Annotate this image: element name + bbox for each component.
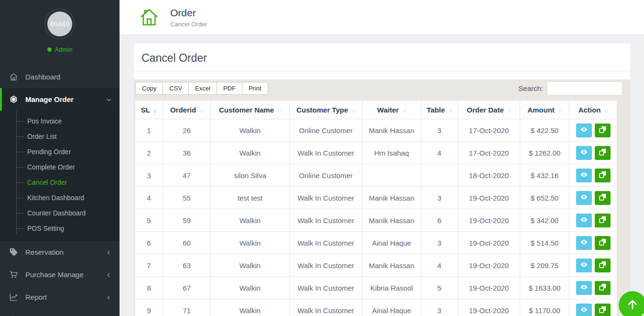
pdf-button[interactable]: PDF: [217, 82, 242, 95]
cell-table: 3: [421, 299, 458, 316]
clone-icon: [599, 238, 607, 248]
cell-customer-name: Walkin: [211, 209, 290, 232]
sidebar-item-report[interactable]: Report: [0, 286, 120, 308]
cell-waiter: Manik Hassan: [362, 187, 421, 209]
clone-order-button[interactable]: [595, 259, 611, 272]
cell-customer-type: Walk In Customer: [290, 232, 362, 254]
column-label: SL: [141, 106, 150, 114]
clone-order-button[interactable]: [595, 169, 611, 182]
clone-order-button[interactable]: [595, 191, 611, 205]
csv-button[interactable]: CSV: [163, 82, 189, 95]
view-order-button[interactable]: [576, 169, 592, 182]
copy-button[interactable]: Copy: [135, 82, 163, 95]
submenu-item-pending-order[interactable]: Pending Order: [0, 144, 120, 159]
cell-waiter: Hm Isahaq: [362, 142, 421, 164]
cell-sl: 6: [135, 232, 163, 254]
eye-icon: [580, 193, 588, 203]
submenu-item-kitchen-dashboard[interactable]: Kitchen Dashboard: [0, 190, 120, 205]
cell-table: 3: [421, 119, 458, 142]
column-header-customer-type[interactable]: Customer Type↓↑: [290, 101, 362, 119]
cell-customer-name: Walkin: [211, 232, 290, 254]
cell-table: [421, 164, 458, 187]
clone-order-button[interactable]: [595, 124, 611, 137]
print-button[interactable]: Print: [242, 82, 268, 95]
profile-block: 60X60 Admin: [0, 0, 120, 53]
column-header-action[interactable]: Action↓↑: [569, 101, 617, 119]
sidebar-item-food-management[interactable]: Food Management: [0, 308, 120, 316]
search-input[interactable]: [547, 81, 622, 95]
cell-orderid: 55: [163, 187, 211, 209]
chevron-left-icon: [106, 294, 112, 300]
cell-waiter: [362, 164, 421, 187]
clone-icon: [599, 170, 607, 180]
column-label: Customer Type: [296, 106, 348, 114]
submenu-item-counter-dashboard[interactable]: Counter Dashboard: [0, 205, 120, 221]
eye-icon: [580, 238, 588, 248]
cell-action: [569, 299, 617, 316]
submenu-item-complete-order[interactable]: Complete Order: [0, 159, 120, 175]
cell-customer-type: Online Customer: [290, 119, 362, 142]
view-order-button[interactable]: [576, 281, 592, 295]
clone-icon: [599, 148, 607, 158]
submenu-item-pos-invoice[interactable]: Pos Invoice: [0, 113, 120, 129]
sort-icon: ↓↑: [604, 107, 608, 114]
clone-order-button[interactable]: [595, 236, 611, 250]
column-label: Orderid: [170, 106, 196, 114]
column-header-amount[interactable]: Amount↓↑: [520, 101, 569, 119]
cell-order-date: 17-Oct-2020: [458, 119, 520, 142]
clone-icon: [599, 125, 607, 135]
cell-orderid: 36: [163, 142, 211, 164]
clone-order-button[interactable]: [595, 281, 611, 295]
view-order-button[interactable]: [576, 236, 592, 250]
sidebar-item-manage-order[interactable]: Manage Order: [0, 88, 120, 111]
sort-icon: ↓↑: [448, 107, 452, 114]
view-order-button[interactable]: [576, 214, 592, 227]
sidebar-item-purchase-manage[interactable]: Purchase Manage: [0, 263, 120, 286]
view-order-button[interactable]: [576, 191, 592, 205]
clone-order-button[interactable]: [595, 304, 611, 316]
sort-icon: ↓↑: [153, 107, 157, 114]
column-header-sl[interactable]: SL↓↑: [135, 101, 163, 119]
sidebar-item-reservation[interactable]: Reservation: [0, 241, 120, 263]
submenu-item-cancel-order[interactable]: Cancel Order: [0, 175, 120, 190]
excel-button[interactable]: Excel: [188, 82, 217, 95]
clone-icon: [599, 215, 607, 225]
sort-icon: ↓↑: [558, 107, 562, 114]
view-order-button[interactable]: [576, 304, 592, 316]
cell-amount: $ 1633.00: [520, 277, 569, 299]
column-header-orderid[interactable]: Orderid↓↑: [163, 101, 211, 119]
cell-customer-type: Walk In Customer: [290, 209, 362, 232]
table-row: 455test testWalk In CustomerManik Hassan…: [135, 187, 617, 209]
cell-order-date: 19-Oct-2020: [458, 187, 520, 209]
cell-table: 3: [421, 187, 458, 209]
submenu-item-order-list[interactable]: Order List: [0, 129, 120, 144]
cell-amount: $ 652.50: [520, 187, 569, 209]
view-order-button[interactable]: [576, 146, 592, 160]
tag-icon: [9, 248, 18, 257]
sidebar-item-dashboard[interactable]: Dashboard: [0, 66, 120, 88]
cell-orderid: 67: [163, 277, 211, 299]
manage-order-submenu: Pos InvoiceOrder ListPending OrderComple…: [0, 111, 120, 241]
view-order-button[interactable]: [576, 124, 592, 137]
column-header-waiter[interactable]: Waiter↓↑: [362, 101, 421, 119]
cell-table: 4: [421, 142, 458, 164]
datatable-toolbar: CopyCSVExcelPDFPrint Search:: [135, 81, 622, 95]
column-header-table[interactable]: Table↓↑: [421, 101, 458, 119]
cell-customer-name: silon Silva: [211, 164, 290, 187]
column-header-customer-name[interactable]: Customer Name↓↑: [211, 101, 290, 119]
view-order-button[interactable]: [576, 259, 592, 272]
cell-amount: $ 342.00: [520, 209, 569, 232]
sort-icon: ↓↑: [507, 107, 511, 114]
gem-icon: [9, 95, 18, 104]
cell-amount: $ 422.50: [520, 119, 569, 142]
submenu-item-pos-setting[interactable]: POS Setting: [0, 221, 120, 236]
clone-icon: [599, 305, 607, 315]
column-header-order-date[interactable]: Order Date↓↑: [458, 101, 520, 119]
clone-order-button[interactable]: [595, 146, 611, 160]
cell-customer-name: Walkin: [211, 254, 290, 277]
scroll-to-top-button[interactable]: [619, 291, 644, 316]
clone-order-button[interactable]: [595, 214, 611, 227]
table-row: 971WalkinWalk In CustomerAinal Haque319-…: [135, 299, 617, 316]
cell-action: [569, 187, 617, 209]
chart-icon: [9, 293, 18, 302]
